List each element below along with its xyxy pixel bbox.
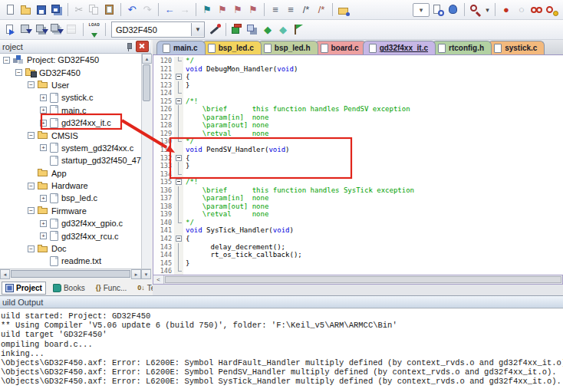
panel-tab-books[interactable]: Books	[49, 282, 89, 295]
open-file-icon[interactable]	[19, 3, 33, 17]
new-file-icon[interactable]	[4, 3, 18, 17]
collapse-icon[interactable]: −	[28, 183, 35, 189]
navigate-forward-icon[interactable]: →	[178, 3, 192, 17]
scroll-left-icon[interactable]: ◄	[0, 269, 10, 279]
paste-icon[interactable]	[103, 3, 117, 17]
translate-icon[interactable]	[4, 23, 18, 37]
scroll-left-icon[interactable]: <	[153, 275, 164, 284]
panel-tab-project[interactable]: Project	[2, 282, 46, 295]
tree-item-app[interactable]: App	[0, 167, 141, 180]
expand-icon[interactable]: +	[40, 107, 47, 114]
collapse-icon[interactable]: −	[28, 81, 35, 88]
editor-hscroll-thumb[interactable]	[165, 276, 561, 283]
tree-item-gd32f4xx-rcu-c[interactable]: +gd32f4xx_rcu.c	[0, 229, 141, 242]
kill-all-breakpoints-icon[interactable]	[545, 3, 559, 17]
editor-tab-systick-c[interactable]: systick.c	[488, 41, 545, 54]
expand-icon[interactable]: +	[40, 220, 47, 227]
find-in-files-icon[interactable]	[337, 3, 351, 17]
scroll-down-icon[interactable]: ▼	[141, 269, 151, 279]
tree-item-readme-txt[interactable]: readme.txt	[0, 255, 141, 267]
fold-collapse-icon[interactable]	[174, 154, 183, 163]
insert-breakpoint-icon[interactable]: ●	[499, 3, 513, 17]
expand-icon[interactable]: +	[40, 120, 47, 127]
build-output-header[interactable]: uild Output	[0, 295, 563, 308]
debug-dropdown-caret[interactable]: ▾	[484, 3, 491, 17]
tree-item-gd32f450[interactable]: −GD32F450	[0, 66, 141, 78]
fold-collapse-icon[interactable]	[174, 97, 183, 106]
collapse-icon[interactable]: −	[28, 132, 35, 139]
options-for-target-icon[interactable]	[208, 23, 222, 37]
tree-item-doc[interactable]: −Doc	[0, 242, 141, 255]
fold-collapse-icon[interactable]	[174, 178, 183, 186]
manage-rte-icon[interactable]	[230, 23, 244, 37]
uncomment-selection-icon[interactable]: /*	[314, 3, 328, 17]
tree-item-cmsis[interactable]: −CMSIS	[0, 129, 141, 141]
scroll-up-icon[interactable]: ▲	[142, 54, 152, 64]
indent-selection-icon[interactable]: ≡	[268, 3, 282, 17]
comment-selection-icon[interactable]: /*	[299, 3, 313, 17]
stop-build-icon[interactable]	[65, 23, 79, 37]
tree-item-systick-c[interactable]: +systick.c	[0, 91, 141, 104]
target-select[interactable]: GD32F450▼	[111, 21, 205, 38]
bookmark-clear-icon[interactable]: ⚑	[246, 3, 260, 17]
debug-hand-icon[interactable]	[446, 3, 460, 17]
panel-tab-func[interactable]: {}Func...	[92, 282, 131, 295]
fold-collapse-icon[interactable]	[174, 235, 183, 243]
project-tree-hscrollbar[interactable]: ◄ ► ▼	[0, 268, 151, 278]
editor-tab-rtconfig-h[interactable]: rtconfig.h	[432, 41, 492, 54]
tree-item-project-gd32f450[interactable]: −Project: GD32F450	[0, 54, 141, 66]
tree-item-gd32f4xx-it-c[interactable]: +gd32f4xx_it.c	[0, 117, 141, 129]
bookmark-prev-icon[interactable]: ⚑	[216, 3, 229, 17]
enable-breakpoint-icon[interactable]: ○	[515, 3, 528, 17]
editor-tab-main-c[interactable]: main.c	[156, 41, 206, 54]
bookmark-toggle-icon[interactable]: ⚑	[200, 3, 214, 17]
tree-item-user[interactable]: −User	[0, 79, 141, 91]
target-flag-icon[interactable]	[291, 23, 305, 37]
tree-item-startup-gd32f450-470[interactable]: startup_gd32f450_470	[0, 154, 141, 166]
build-icon[interactable]	[19, 23, 33, 37]
window-list-dropdown[interactable]: ▾	[413, 3, 430, 17]
copy-icon[interactable]	[87, 3, 101, 17]
scroll-right-icon[interactable]: ►	[131, 269, 141, 279]
vscroll-thumb[interactable]	[143, 64, 150, 101]
collapse-icon[interactable]: −	[15, 69, 22, 76]
chevron-down-icon[interactable]: ▼	[191, 23, 204, 36]
start-debug-icon[interactable]	[469, 3, 482, 17]
code-editor[interactable]: 120*/121void DebugMon_Handler(void)122{1…	[153, 55, 563, 275]
save-icon[interactable]	[35, 3, 48, 17]
expand-icon[interactable]: +	[40, 232, 47, 239]
unindent-selection-icon[interactable]: ≡	[284, 3, 298, 17]
bookmark-next-icon[interactable]: ⚑	[231, 3, 245, 17]
pack-installer-icon[interactable]: ◆	[276, 23, 290, 37]
tree-item-firmware[interactable]: −Firmware	[0, 205, 141, 217]
rebuild-icon[interactable]	[35, 23, 48, 37]
collapse-icon[interactable]: −	[28, 245, 35, 252]
tree-item-system-gd32f4xx-c[interactable]: +system_gd32f4xx.c	[0, 142, 141, 154]
undo-icon[interactable]: ↶	[125, 3, 139, 17]
save-all-icon[interactable]	[50, 3, 64, 17]
cut-icon[interactable]: ✂	[72, 3, 86, 17]
tree-item-main-c[interactable]: +main.c	[0, 104, 141, 117]
editor-tab-bsp-led-c[interactable]: bsp_led.c	[202, 41, 262, 54]
download-icon[interactable]: LOAD	[87, 23, 101, 37]
fold-collapse-icon[interactable]	[174, 73, 183, 81]
tree-item-gd32f4xx-gpio-c[interactable]: +gd32f4xx_gpio.c	[0, 217, 141, 229]
collapse-icon[interactable]: −	[3, 57, 10, 64]
pin-icon[interactable]	[125, 42, 133, 51]
editor-tab-gd32f4xx-it-c[interactable]: gd32f4xx_it.c	[363, 41, 436, 54]
expand-icon[interactable]: +	[40, 94, 47, 101]
tree-item-bsp-led-c[interactable]: +bsp_led.c	[0, 192, 141, 204]
close-icon[interactable]	[136, 41, 149, 52]
project-tree[interactable]: −Project: GD32F450−GD32F450−User+systick…	[0, 54, 141, 268]
navigate-back-icon[interactable]: ←	[163, 3, 176, 17]
manage-project-items-icon[interactable]	[245, 23, 259, 37]
editor-tab-bsp-led-h[interactable]: bsp_led.h	[258, 41, 318, 54]
editor-hscrollbar[interactable]: <	[153, 275, 563, 285]
build-output[interactable]: uild started: Project: GD32F450** Using …	[0, 309, 563, 392]
project-tree-vscrollbar[interactable]: ▲	[141, 54, 151, 268]
editor-tab-board-c[interactable]: board.c	[314, 41, 367, 54]
redo-icon[interactable]: ↷	[140, 3, 154, 17]
expand-icon[interactable]: +	[40, 195, 47, 202]
batch-build-icon[interactable]	[50, 23, 64, 37]
find-document-icon[interactable]	[431, 3, 445, 17]
